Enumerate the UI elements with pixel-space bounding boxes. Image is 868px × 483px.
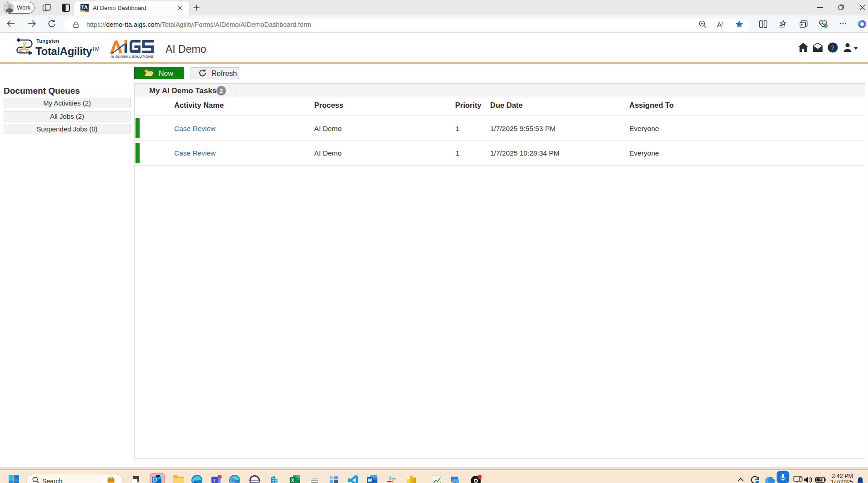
svg-text:T: T bbox=[213, 478, 216, 483]
svg-text:?: ? bbox=[831, 44, 835, 52]
svg-text:W: W bbox=[368, 478, 372, 483]
svg-text:Ai GLOBAL SOLUTIONS: Ai GLOBAL SOLUTIONS bbox=[110, 55, 153, 58]
svg-text:X: X bbox=[291, 478, 294, 483]
